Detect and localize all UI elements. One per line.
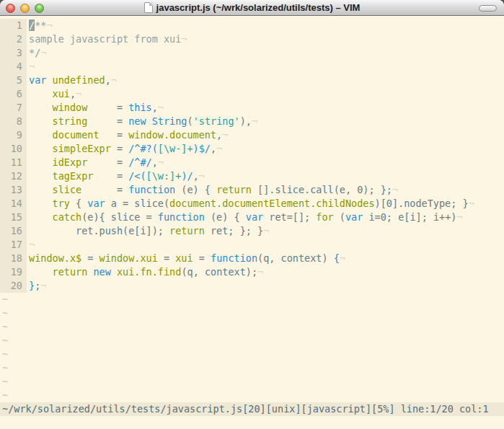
code-line-text: try { var a = slice(document.documentEle… [27,197,474,211]
code-line-text: string = new String('string'),¬ [27,115,257,128]
code-line-row[interactable]: 7 window = this,¬ [0,101,504,115]
eol-marker: ¬ [263,225,269,236]
code-line-row[interactable]: 1/**¬ [0,19,504,32]
close-button[interactable] [6,4,15,13]
line-number: 14 [0,197,27,211]
document-icon [144,2,153,13]
toolbar-toggle-button[interactable] [479,5,497,12]
title-bar[interactable]: javascript.js (~/wrk/solarized/utils/tes… [0,0,504,16]
code-line-text: };¬ [27,279,46,293]
vim-window: javascript.js (~/wrk/solarized/utils/tes… [0,0,504,429]
code-line-row[interactable]: 13 slice = function (e) { return [].slic… [0,183,504,197]
traffic-lights [6,0,44,16]
code-line-row[interactable]: 14 try { var a = slice(document.document… [0,197,504,211]
eol-marker: ¬ [40,280,46,291]
code-line-text: ¬ [27,60,35,74]
minimize-button[interactable] [20,4,30,13]
line-number: 13 [0,183,27,197]
line-number: 15 [0,211,27,224]
eol-marker: ¬ [392,184,398,195]
code-line-row[interactable]: 20};¬ [0,279,504,293]
line-number: 4 [0,60,27,74]
eol-marker: ¬ [29,61,35,72]
eol-marker: ¬ [257,266,263,278]
line-number: 7 [0,101,27,115]
line-number: 9 [0,128,27,142]
tilde-lines: ~~~~~~~~ [0,293,504,402]
line-number: 16 [0,224,27,238]
zoom-button[interactable] [35,4,44,13]
command-line[interactable] [0,416,504,429]
empty-line-tilde: ~ [0,306,504,320]
empty-line-tilde: ~ [0,334,504,348]
code-line-text: return new xui.fn.find(q, context);¬ [27,265,263,279]
eol-marker: ¬ [158,156,164,168]
code-line-text: document = window.document,¬ [27,128,228,142]
eol-marker: ¬ [158,102,164,113]
eol-marker: ¬ [199,170,205,182]
line-number: 18 [0,252,27,265]
empty-line-tilde: ~ [0,361,504,375]
eol-marker: ¬ [76,88,81,99]
eol-marker: ¬ [340,252,345,264]
code-line-text: var undefined,¬ [27,74,117,87]
line-number: 8 [0,115,27,128]
eol-marker: ¬ [40,47,46,58]
line-number: 5 [0,74,27,87]
eol-marker: ¬ [216,143,222,154]
eol-marker: ¬ [111,74,117,86]
code-line-text: sample javascript from xui¬ [27,32,187,46]
code-line-row[interactable]: 6 xui,¬ [0,87,504,101]
window-title-group: javascript.js (~/wrk/solarized/utils/tes… [144,2,361,13]
code-line-row[interactable]: 15 catch(e){ slice = function (e) { var … [0,211,504,224]
code-line-text: window = this,¬ [27,101,164,115]
code-line-text: xui,¬ [27,87,81,101]
line-number: 17 [0,238,27,252]
code-line-text: slice = function (e) { return [].slice.c… [27,183,398,197]
code-line-text: ret.push(e[i]); return ret; }; }¬ [27,224,269,238]
code-line-text: simpleExpr = /^#?([\w-]+)$/,¬ [27,142,222,156]
editor-area[interactable]: 1/**¬2sample javascript from xui¬3*/¬4¬5… [0,16,504,429]
code-line-row[interactable]: 19 return new xui.fn.find(q, context);¬ [0,265,504,279]
empty-line-tilde: ~ [0,293,504,306]
line-number: 2 [0,32,27,46]
code-line-row[interactable]: 8 string = new String('string'),¬ [0,115,504,128]
code-line-row[interactable]: 16 ret.push(e[i]); return ret; }; }¬ [0,224,504,238]
eol-marker: ¬ [46,19,52,31]
line-number: 12 [0,169,27,183]
code-line-row[interactable]: 9 document = window.document,¬ [0,128,504,142]
code-line-row[interactable]: 3*/¬ [0,46,504,60]
code-line-text: tagExpr = /<([\w:]+)/,¬ [27,169,205,183]
empty-line-tilde: ~ [0,375,504,389]
code-line-text: /**¬ [27,19,53,32]
empty-line-tilde: ~ [0,348,504,361]
empty-line-tilde: ~ [0,389,504,402]
code-line-row[interactable]: 10 simpleExpr = /^#?([\w-]+)$/,¬ [0,142,504,156]
eol-marker: ¬ [252,115,257,127]
line-number: 10 [0,142,27,156]
code-line-row[interactable]: 11 idExpr = /^#/,¬ [0,156,504,169]
code-line-row[interactable]: 4¬ [0,60,504,74]
eol-marker: ¬ [456,211,462,223]
eol-marker: ¬ [29,239,35,250]
window-title: javascript.js (~/wrk/solarized/utils/tes… [156,2,361,13]
eol-marker: ¬ [181,33,187,45]
status-bar: ~/wrk/solarized/utils/tests/javascript.j… [0,402,504,416]
code-line-row[interactable]: 12 tagExpr = /<([\w:]+)/,¬ [0,169,504,183]
code-line-text: idExpr = /^#/,¬ [27,156,164,169]
line-number: 19 [0,265,27,279]
code-line-text: ¬ [27,238,35,252]
code-line-row[interactable]: 18window.x$ = window.xui = xui = functio… [0,252,504,265]
code-line-row[interactable]: 2sample javascript from xui¬ [0,32,504,46]
code-lines[interactable]: 1/**¬2sample javascript from xui¬3*/¬4¬5… [0,16,504,293]
line-number: 1 [0,19,27,32]
line-number: 6 [0,87,27,101]
code-line-row[interactable]: 17¬ [0,238,504,252]
code-line-text: */¬ [27,46,46,60]
empty-line-tilde: ~ [0,320,504,334]
line-number: 20 [0,279,27,293]
code-line-text: catch(e){ slice = function (e) { var ret… [27,211,463,224]
code-line-row[interactable]: 5var undefined,¬ [0,74,504,87]
line-number: 3 [0,46,27,60]
line-number: 11 [0,156,27,169]
